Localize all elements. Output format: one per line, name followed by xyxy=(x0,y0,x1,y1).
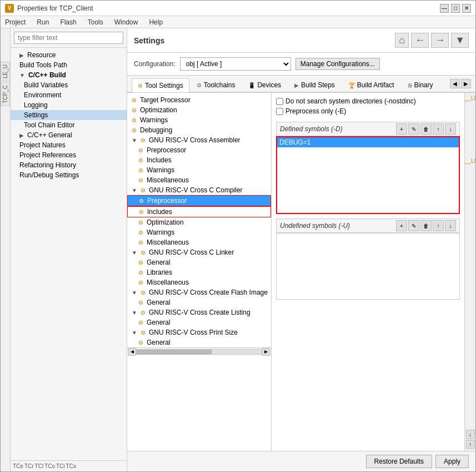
tool-gnu-linker-label: GNU RISC-V Cross C Linker xyxy=(149,249,234,256)
defined-symbols-edit[interactable]: ✎ xyxy=(408,123,419,135)
sidebar-label-tc2[interactable]: TCr xyxy=(24,463,34,469)
tool-assembler-includes[interactable]: ⚙ Includes xyxy=(127,155,271,165)
apply-button[interactable]: Apply xyxy=(435,455,469,468)
tree-project-natures[interactable]: Project Natures xyxy=(11,140,127,150)
tool-target-processor[interactable]: ⚙ Target Processor xyxy=(127,95,271,105)
tool-c-optimization[interactable]: ⚙ Optimization xyxy=(127,217,271,227)
symbol-debug-eq-1[interactable]: DEBUG=1 xyxy=(277,137,459,147)
tree-build-tools-path[interactable]: Build Tools Path xyxy=(11,60,127,70)
defined-symbols-delete[interactable]: 🗑 xyxy=(420,123,432,135)
tree-logging[interactable]: Logging xyxy=(11,100,127,110)
menu-window[interactable]: Window xyxy=(112,18,141,26)
tab-binary[interactable]: ⊞ Binary xyxy=(402,78,439,92)
settings-nav-back[interactable]: ← xyxy=(411,33,429,48)
right-scroll-up-btn[interactable]: ↑ xyxy=(466,440,475,449)
tool-debugging[interactable]: ⚙ Debugging xyxy=(127,125,271,135)
menu-flash[interactable]: Flash xyxy=(58,18,78,26)
tree-cpp-general[interactable]: ▶ C/C++ General xyxy=(11,130,127,140)
tab-build-steps[interactable]: ▶ Build Steps xyxy=(288,78,341,92)
undefined-symbols-edit[interactable]: ✎ xyxy=(408,220,419,231)
undefined-symbols-up[interactable]: ↑ xyxy=(433,220,444,231)
maximize-button[interactable]: □ xyxy=(451,4,460,13)
tool-assembler-preprocessor[interactable]: ⚙ Preprocessor xyxy=(127,145,271,155)
sidebar-label-tc4[interactable]: TCo xyxy=(44,463,55,469)
tool-c-misc[interactable]: ⚙ Miscellaneous xyxy=(127,237,271,247)
tool-assembler-includes-label: Includes xyxy=(147,156,172,164)
config-select[interactable]: obj [ Active ] xyxy=(180,57,291,71)
tree-run-debug-settings[interactable]: Run/Debug Settings xyxy=(11,170,127,180)
tree-toolchain-editor[interactable]: Tool Chain Editor xyxy=(11,120,127,130)
right-scroll-down-btn[interactable]: ↓ xyxy=(466,430,475,439)
tabs-scroll-left[interactable]: ◀ xyxy=(450,79,460,88)
tool-linker-libraries[interactable]: ⚙ Libraries xyxy=(127,267,271,277)
menu-help[interactable]: Help xyxy=(147,18,165,26)
undefined-symbols-down[interactable]: ↓ xyxy=(445,220,456,231)
undefined-symbols-add[interactable]: + xyxy=(396,220,407,231)
defined-symbols-down[interactable]: ↓ xyxy=(445,123,456,135)
defined-symbols-add[interactable]: + xyxy=(396,123,407,135)
menu-run[interactable]: Run xyxy=(34,18,51,26)
tool-print-size-general[interactable]: ⚙ General xyxy=(127,337,271,347)
undefined-symbols-delete[interactable]: 🗑 xyxy=(420,220,432,231)
checkbox-preprocess-only[interactable] xyxy=(276,108,283,115)
tool-c-preprocessor[interactable]: ⚙ Preprocessor xyxy=(127,195,271,206)
sidebar-label-tc5[interactable]: TCi xyxy=(56,463,65,469)
tool-linker-general[interactable]: ⚙ General xyxy=(127,257,271,267)
edge-label-1[interactable]: LE_U xyxy=(1,62,10,81)
tool-gnu-linker[interactable]: ▼ ⚙ GNU RISC-V Cross C Linker xyxy=(127,247,271,257)
devices-icon: 📱 xyxy=(248,82,255,88)
tool-c-includes[interactable]: ⚙ Includes xyxy=(127,206,271,217)
tree-environment[interactable]: Environment xyxy=(11,90,127,100)
restore-defaults-button[interactable]: Restore Defaults xyxy=(366,455,432,468)
right-edge-label-1[interactable]: __LI xyxy=(465,95,475,101)
tree-resource[interactable]: ▶ Resource xyxy=(11,50,127,60)
checkbox-nostdinc[interactable] xyxy=(276,98,283,105)
menu-project[interactable]: Project xyxy=(3,18,28,26)
manage-configurations-button[interactable]: Manage Configurations... xyxy=(295,58,380,70)
tool-linker-misc-label: Miscellaneous xyxy=(147,279,189,286)
close-button[interactable]: ✕ xyxy=(462,4,471,13)
right-edge-label-2[interactable]: __LI xyxy=(465,158,475,164)
hscroll-right-btn[interactable]: ▶ xyxy=(262,348,270,356)
settings-nav-fwd[interactable]: → xyxy=(431,33,449,48)
tool-warnings[interactable]: ⚙ Warnings xyxy=(127,115,271,125)
minimize-button[interactable]: — xyxy=(440,4,449,13)
tool-optimization[interactable]: ⚙ Optimization xyxy=(127,105,271,115)
hscroll-left-btn[interactable]: ◀ xyxy=(128,348,136,356)
defined-symbols-up[interactable]: ↑ xyxy=(433,123,444,135)
tool-gnu-c-compiler[interactable]: ▼ ⚙ GNU RISC-V Cross C Compiler xyxy=(127,185,271,195)
tool-listing-general[interactable]: ⚙ General xyxy=(127,317,271,327)
left-edge-panel: LE_U TCP_C xyxy=(1,28,11,471)
tree-cpp-build[interactable]: ▼ C/C++ Build xyxy=(11,70,127,80)
tree-settings[interactable]: Settings xyxy=(11,110,127,120)
tree-run-debug-label: Run/Debug Settings xyxy=(19,171,79,179)
edge-label-2[interactable]: TCP_C xyxy=(1,82,10,106)
tool-assembler-misc[interactable]: ⚙ Miscellaneous xyxy=(127,175,271,185)
tool-c-optimization-label: Optimization xyxy=(147,218,184,226)
tool-assembler-warnings[interactable]: ⚙ Warnings xyxy=(127,165,271,175)
tool-print-size[interactable]: ▼ ⚙ GNU RISC-V Cross Print Size xyxy=(127,327,271,337)
tool-flash-image[interactable]: ▼ ⚙ GNU RISC-V Cross Create Flash Image xyxy=(127,287,271,297)
tool-linker-misc[interactable]: ⚙ Miscellaneous xyxy=(127,277,271,287)
settings-nav-home[interactable]: ⌂ xyxy=(395,33,409,48)
tree-project-references[interactable]: Project References xyxy=(11,150,127,160)
tool-gnu-assembler[interactable]: ▼ ⚙ GNU RISC-V Cross Assembler xyxy=(127,135,271,145)
undefined-symbols-section: Undefined symbols (-U) + ✎ 🗑 ↑ ↓ xyxy=(276,218,460,300)
tool-c-warnings[interactable]: ⚙ Warnings xyxy=(127,227,271,237)
settings-nav-menu[interactable]: ▼ xyxy=(451,33,469,48)
tool-create-listing[interactable]: ▼ ⚙ GNU RISC-V Cross Create Listing xyxy=(127,307,271,317)
tab-build-artifact[interactable]: 🏆 Build Artifact xyxy=(342,78,400,92)
sidebar-label-tc6[interactable]: TCx xyxy=(66,463,76,469)
tree-build-variables[interactable]: Build Variables xyxy=(11,80,127,90)
menu-tools[interactable]: Tools xyxy=(86,18,106,26)
tab-tool-settings[interactable]: ⚙ Tool Settings xyxy=(132,78,189,92)
tabs-scroll-right[interactable]: ▶ xyxy=(461,79,471,88)
filter-input[interactable] xyxy=(14,32,123,44)
tool-flash-general[interactable]: ⚙ General xyxy=(127,297,271,307)
tab-toolchains[interactable]: ⚙ Toolchains xyxy=(191,78,242,92)
sidebar-label-tc1[interactable]: TCe xyxy=(13,463,23,469)
tab-devices[interactable]: 📱 Devices xyxy=(242,78,287,92)
sidebar-label-tc3[interactable]: TCl xyxy=(35,463,44,469)
tool-gnu-assembler-label: GNU RISC-V Cross Assembler xyxy=(149,136,240,144)
tree-refactoring-history[interactable]: Refactoring History xyxy=(11,160,127,170)
